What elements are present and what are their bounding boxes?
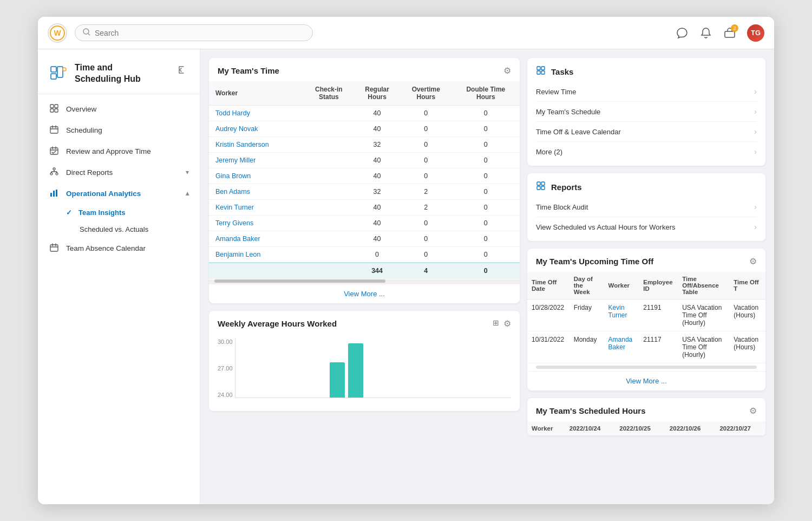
report-item[interactable]: Time Block Audit› <box>536 197 757 217</box>
view-more-button[interactable]: View More ... <box>209 284 520 303</box>
task-item[interactable]: Review Time› <box>536 82 757 102</box>
sidebar-item-team-absence[interactable]: Team Absence Calendar <box>38 238 200 259</box>
worker-name[interactable]: Kevin Turner <box>209 200 303 216</box>
time-off-view-more[interactable]: View More ... <box>527 371 765 390</box>
avatar[interactable]: TG <box>747 24 764 42</box>
worker-name[interactable]: Gina Brown <box>209 168 303 184</box>
doubletime-hours: 0 <box>452 231 520 247</box>
worker-name[interactable]: Benjamin Leon <box>209 247 303 263</box>
chart-filter-icon[interactable]: ⊞ <box>493 318 499 329</box>
chat-icon[interactable] <box>676 27 689 40</box>
time-off-worker[interactable]: Amanda Baker <box>604 331 639 363</box>
doubletime-hours: 0 <box>452 216 520 231</box>
chart-bar <box>422 395 437 398</box>
chart-controls: ⊞ ⚙ <box>493 318 511 329</box>
search-input[interactable] <box>95 29 305 37</box>
scheduling-icon <box>49 125 60 135</box>
report-label: Time Block Audit <box>536 203 588 211</box>
app-window: W <box>38 17 774 504</box>
briefcase-icon[interactable]: 2 <box>723 27 736 40</box>
search-bar[interactable] <box>75 24 313 41</box>
sched-col-header: 2022/10/24 <box>565 421 615 436</box>
time-off-card: My Team's Upcoming Time Off ⚙ Time Off D… <box>527 249 765 390</box>
overtime-hours: 0 <box>400 106 452 121</box>
sidebar-item-review[interactable]: Review and Approve Time <box>38 141 200 162</box>
time-off-scrollbar[interactable] <box>536 366 757 369</box>
doubletime-hours: 0 <box>452 168 520 184</box>
col-regular: RegularHours <box>354 81 400 106</box>
regular-hours: 40 <box>354 121 400 137</box>
center-column: My Team's Time ⚙ Worker Check-inStatus R… <box>209 58 520 496</box>
worker-name[interactable]: Jeremy Miller <box>209 153 303 168</box>
chart-bar <box>366 395 382 398</box>
main-layout: Time and Scheduling Hub <box>38 49 774 504</box>
svg-line-3 <box>88 34 90 35</box>
checkin-status <box>303 137 354 153</box>
analytics-chevron-up: ▴ <box>186 190 189 197</box>
task-label: Time Off & Leave Calendar <box>536 128 621 136</box>
sidebar-sub-team-insights[interactable]: ✓ Team Insights <box>38 204 200 221</box>
chart-bar <box>403 395 418 398</box>
sidebar-item-operational-analytics[interactable]: Operational Analytics ▴ <box>38 183 200 204</box>
chart-area: 30.00 27.00 24.00 <box>209 334 520 411</box>
worker-name[interactable]: Ben Adams <box>209 184 303 200</box>
overview-icon <box>49 104 60 114</box>
regular-hours: 32 <box>354 137 400 153</box>
time-off-col-header: Time Off T <box>729 272 765 299</box>
chart-gear-icon[interactable]: ⚙ <box>503 318 511 329</box>
checkin-status <box>303 247 354 263</box>
scheduled-hours-header: My Team's Scheduled Hours ⚙ <box>527 398 765 421</box>
table-row: Jeremy Miller 40 0 0 <box>209 153 520 168</box>
worker-name[interactable]: Audrey Novak <box>209 121 303 137</box>
doubletime-hours: 0 <box>452 184 520 200</box>
task-item[interactable]: More (2)› <box>536 142 757 161</box>
chevron-right-icon: › <box>754 203 757 211</box>
my-teams-time-title: My Team's Time <box>218 66 279 75</box>
table-row: Gina Brown 40 0 0 <box>209 168 520 184</box>
time-off-gear[interactable]: ⚙ <box>749 256 757 266</box>
totals-row: 344 4 0 <box>209 263 520 279</box>
my-teams-time-table: Worker Check-inStatus RegularHours Overt… <box>209 81 520 279</box>
chevron-right-icon: › <box>754 87 757 96</box>
col-doubletime: Double TimeHours <box>452 81 520 106</box>
weekly-avg-card: Weekly Average Hours Worked ⊞ ⚙ 30.00 27… <box>209 311 520 411</box>
sidebar-team-absence-label: Team Absence Calendar <box>66 244 189 252</box>
worker-name[interactable]: Kristin Sanderson <box>209 137 303 153</box>
svg-point-2 <box>83 29 89 34</box>
svg-rect-14 <box>50 148 58 154</box>
svg-rect-23 <box>541 67 545 70</box>
calendar2-icon <box>49 243 60 253</box>
doubletime-hours: 0 <box>452 153 520 168</box>
table-row: Kevin Turner 40 2 0 <box>209 200 520 216</box>
col-worker: Worker <box>209 81 303 106</box>
worker-name[interactable]: Todd Hardy <box>209 106 303 121</box>
task-item[interactable]: My Team's Schedule› <box>536 102 757 122</box>
time-off-col-header: Time Off Date <box>527 272 569 299</box>
worker-name[interactable]: Amanda Baker <box>209 231 303 247</box>
overtime-hours: 0 <box>400 137 452 153</box>
y-label-27: 27.00 <box>218 365 235 372</box>
sidebar-item-direct-reports[interactable]: Direct Reports ▾ <box>38 162 200 183</box>
checkin-status <box>303 184 354 200</box>
my-teams-time-gear[interactable]: ⚙ <box>503 66 511 76</box>
bell-icon[interactable] <box>699 27 712 40</box>
task-item[interactable]: Time Off & Leave Calendar› <box>536 122 757 142</box>
svg-rect-12 <box>55 109 58 112</box>
scheduled-hours-gear[interactable]: ⚙ <box>749 406 757 416</box>
time-off-date: 10/28/2022 <box>527 299 569 331</box>
checkin-status <box>303 231 354 247</box>
time-off-type: Vacation (Hours) <box>729 299 765 331</box>
chart-wrapper: 30.00 27.00 24.00 <box>218 334 511 402</box>
horizontal-scrollbar[interactable] <box>209 279 520 284</box>
sidebar-analytics-label: Operational Analytics <box>66 190 179 198</box>
time-off-worker[interactable]: Kevin Turner <box>604 299 639 331</box>
worker-name[interactable]: Terry Givens <box>209 216 303 231</box>
scheduled-hours-title: My Team's Scheduled Hours <box>536 406 646 415</box>
sidebar-item-scheduling[interactable]: Scheduling <box>38 120 200 141</box>
sidebar-collapse-button[interactable] <box>175 62 189 79</box>
sidebar-item-overview[interactable]: Overview <box>38 99 200 120</box>
report-item[interactable]: View Scheduled vs Actual Hours for Worke… <box>536 217 757 237</box>
doubletime-hours: 0 <box>452 137 520 153</box>
bar-chart <box>235 338 511 398</box>
sidebar-sub-scheduled-vs-actuals[interactable]: Scheduled vs. Actuals <box>38 221 200 238</box>
